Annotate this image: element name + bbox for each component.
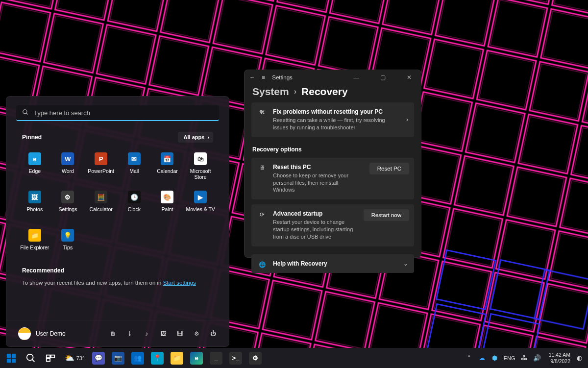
app-icon: 🎨 [160, 190, 174, 204]
start-settings-link[interactable]: Start settings [163, 280, 196, 286]
app-label: PowerPoint [88, 168, 114, 174]
notifications-icon[interactable]: ◐ [575, 354, 583, 362]
app-icon: 🖼 [27, 190, 42, 204]
language-indicator[interactable]: ENG [504, 355, 515, 361]
app-label: Photos [26, 206, 43, 212]
advanced-startup-title: Advanced startup [273, 210, 360, 217]
pinned-label: Pinned [22, 134, 42, 141]
pinned-app-settings[interactable]: ⚙Settings [51, 187, 85, 220]
advanced-startup-desc: Restart your device to change startup se… [273, 219, 360, 241]
search-placeholder: Type here to search [34, 109, 90, 117]
close-button[interactable]: ✕ [399, 70, 419, 85]
pinned-app-photos[interactable]: 🖼Photos [18, 187, 51, 220]
menu-icon[interactable]: ≡ [262, 74, 266, 80]
taskbar-app-dev[interactable]: _ [207, 349, 225, 367]
app-label: Mail [129, 168, 139, 174]
globe-icon: 🌐 [257, 261, 267, 268]
start-button[interactable] [2, 349, 21, 367]
pinned-app-movies-tv[interactable]: ▶Movies & TV [184, 187, 217, 220]
start-search[interactable]: Type here to search [16, 105, 219, 121]
pinned-app-calculator[interactable]: 🧮Calculator [84, 187, 118, 220]
svg-rect-17 [47, 355, 50, 358]
security-icon[interactable]: ⬢ [491, 354, 499, 362]
app-label: Calculator [90, 206, 113, 212]
tray-overflow-icon[interactable]: ˄ [466, 354, 473, 362]
download-icon[interactable]: ⭳ [126, 330, 134, 337]
pinned-app-clock[interactable]: 🕒Clock [118, 187, 151, 220]
taskbar-clock[interactable]: 11:42 AM 9/8/2022 [549, 352, 570, 364]
app-label: Edge [29, 168, 41, 174]
all-apps-label: All apps [184, 134, 205, 140]
taskbar-search-button[interactable] [22, 349, 40, 367]
settings-icon[interactable]: ⚙ [193, 330, 200, 337]
reset-pc-button[interactable]: Reset PC [369, 163, 409, 174]
pinned-app-paint[interactable]: 🎨Paint [151, 187, 184, 220]
user-avatar[interactable] [18, 327, 31, 340]
svg-line-10 [26, 113, 28, 114]
widgets-button[interactable]: ⛅ 73° [61, 349, 88, 367]
advanced-startup-card: ⟳ Advanced startup Restart your device t… [251, 204, 414, 246]
taskbar-app-chat[interactable]: 💬 [89, 349, 108, 367]
videos-icon[interactable]: 🎞 [176, 330, 184, 337]
settings-window: ← ≡ Settings — ▢ ✕ System › Recovery 🛠 F… [244, 70, 421, 258]
svg-rect-18 [51, 355, 54, 358]
breadcrumb-parent[interactable]: System [252, 86, 289, 98]
pinned-app-file-explorer[interactable]: 📁File Explorer [18, 225, 51, 258]
taskbar: ⛅ 73° 💬 📷 👥 📍 📁 e _ >_ ⚙ ˄ ☁ ⬢ ENG 🖧 🔊 1… [0, 348, 588, 368]
restart-now-button[interactable]: Restart now [364, 209, 409, 221]
user-name[interactable]: User Demo [36, 330, 66, 337]
document-icon[interactable]: 🗎 [109, 330, 117, 337]
taskbar-app-maps[interactable]: 📍 [148, 349, 167, 367]
minimize-button[interactable]: — [346, 70, 366, 85]
chevron-right-icon: › [294, 87, 296, 96]
taskbar-app-teams[interactable]: 📷 [109, 349, 127, 367]
app-icon: ✉ [127, 151, 142, 166]
chevron-right-icon: › [406, 116, 408, 123]
network-icon[interactable]: 🖧 [520, 354, 528, 362]
back-icon[interactable]: ← [249, 74, 255, 80]
taskbar-app-people[interactable]: 👥 [128, 349, 147, 367]
app-label: Calendar [157, 168, 178, 174]
fix-problems-title: Fix problems without resetting your PC [273, 108, 395, 115]
pinned-app-mail[interactable]: ✉Mail [118, 148, 151, 182]
breadcrumb: System › Recovery [245, 85, 421, 102]
svg-rect-19 [47, 358, 50, 361]
start-menu: Type here to search Pinned All apps › eE… [6, 96, 229, 347]
app-icon: W [60, 151, 75, 166]
app-label: Paint [162, 206, 173, 212]
maximize-button[interactable]: ▢ [373, 70, 392, 85]
pinned-app-calendar[interactable]: 📅Calendar [151, 148, 184, 182]
breadcrumb-current: Recovery [301, 86, 348, 98]
app-label: Microsoft Store [184, 168, 217, 180]
pictures-icon[interactable]: 🖼 [159, 330, 167, 337]
svg-rect-12 [12, 353, 16, 357]
taskbar-app-explorer[interactable]: 📁 [168, 349, 186, 367]
pinned-app-word[interactable]: WWord [51, 148, 85, 182]
onedrive-icon[interactable]: ☁ [478, 354, 486, 362]
reset-pc-title: Reset this PC [273, 164, 360, 171]
pinned-app-microsoft-store[interactable]: 🛍Microsoft Store [184, 148, 217, 182]
music-icon[interactable]: ♪ [143, 330, 150, 337]
taskbar-app-edge[interactable]: e [187, 349, 206, 367]
fix-problems-card[interactable]: 🛠 Fix problems without resetting your PC… [251, 102, 414, 137]
svg-line-16 [32, 359, 35, 362]
taskbar-app-settings[interactable]: ⚙ [246, 349, 265, 367]
svg-rect-14 [12, 358, 16, 362]
pinned-app-tips[interactable]: 💡Tips [51, 225, 85, 258]
pinned-app-powerpoint[interactable]: PPowerPoint [84, 148, 118, 182]
settings-titlebar[interactable]: ← ≡ Settings — ▢ ✕ [245, 70, 421, 85]
recommended-label: Recommended [22, 267, 213, 274]
taskbar-app-terminal[interactable]: >_ [226, 349, 245, 367]
help-with-recovery-card[interactable]: 🌐 Help with Recovery ⌄ [251, 254, 414, 273]
pinned-app-edge[interactable]: eEdge [18, 148, 51, 182]
volume-icon[interactable]: 🔊 [533, 354, 541, 362]
app-label: Settings [59, 206, 77, 212]
power-icon[interactable]: ⏻ [209, 330, 217, 337]
app-label: Word [62, 168, 74, 174]
all-apps-button[interactable]: All apps › [178, 132, 213, 143]
app-icon: 📁 [27, 228, 42, 243]
task-view-button[interactable] [41, 349, 60, 367]
pinned-apps-grid: eEdgeWWordPPowerPoint✉Mail📅Calendar🛍Micr… [18, 148, 217, 258]
reset-icon: 🖥 [257, 165, 267, 171]
settings-title: Settings [272, 74, 293, 80]
